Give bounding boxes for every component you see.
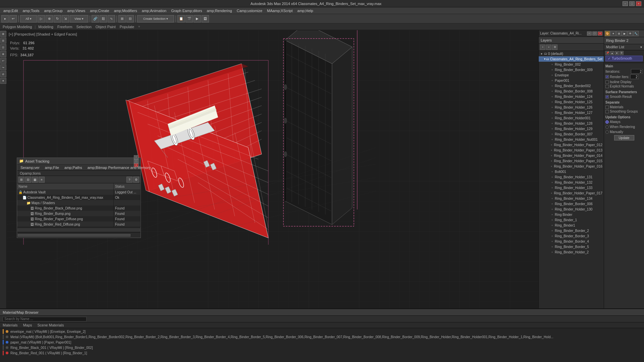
toolbar-btn-1[interactable]: ▸ (1, 15, 9, 22)
layer-item-35[interactable]: ▫Ring_Binder_Border_4 (539, 239, 604, 244)
section-materials[interactable]: Materials (3, 323, 18, 327)
layer-item-19[interactable]: ▫Ring_Binder_Holder_Paper_014 (539, 153, 604, 158)
sub-toolbar-populate[interactable]: Populate (118, 24, 136, 29)
layer-item-32[interactable]: ▫Ring_Binder1 (539, 223, 604, 228)
mod-scroll-down[interactable]: ▼ (615, 51, 619, 55)
toolbar-mirror[interactable]: ⊞ (118, 15, 126, 22)
toolbar-move[interactable]: ⊕ (46, 15, 53, 22)
minimize-button[interactable]: − (623, 1, 628, 6)
menu-item-ampviews[interactable]: amp;Views (65, 8, 88, 13)
asset-tracking-popup[interactable]: 📁 Asset Tracking − □ × Seramp;ver amp;Fi… (17, 158, 141, 238)
layer-item-13[interactable]: ▫Ring_Binder_Holder_128 (539, 121, 604, 126)
mod-pin-icon[interactable]: 📌 (605, 51, 609, 55)
smooth-result-checkbox[interactable] (605, 95, 609, 99)
layer-item-9[interactable]: ▫Ring_Binder_Holder_125 (539, 99, 604, 105)
when-rendering-radio[interactable]: When Rendering (605, 125, 643, 129)
layer-item-3[interactable]: ▫Ring_Binder_Border_009 (539, 67, 604, 72)
layer-win-max[interactable]: □ (592, 32, 597, 36)
layer-item-12[interactable]: ▫Ring_Binder_Holder001 (539, 115, 604, 121)
left-panel-btn-7[interactable]: ⊘ (0, 71, 6, 77)
left-panel-btn-6[interactable]: ↪ (0, 64, 6, 70)
menu-item-ampgroup[interactable]: amp;Group (42, 8, 65, 13)
toolbar-renderframe[interactable]: 🖼 (202, 15, 209, 22)
layer-item-5[interactable]: ▫Paper001 (539, 78, 604, 83)
asset-row-5[interactable]: 🖼 Ring_Binder_Paper_Diffuse.pngFound (17, 216, 141, 222)
asset-toolbar-btn-3[interactable]: ▦ (32, 177, 38, 183)
always-radio-btn[interactable] (605, 120, 609, 124)
mod-icon-motion[interactable]: ▶ (622, 31, 627, 36)
viewport-area[interactable]: [+] [Perspective] [Shaded + Edged Faces]… (7, 30, 538, 308)
layer-item-27[interactable]: ▫Ring_Binder_Holder_134 (539, 196, 604, 201)
layer-item-0[interactable]: ▸🗂0 (default) (539, 51, 604, 56)
layer-item-8[interactable]: ▫Ring_Binder_Holder_124 (539, 94, 604, 99)
layer-item-11[interactable]: ▫Ring_Binder_Holder_127 (539, 110, 604, 115)
toolbar-layers[interactable]: 📋 (177, 15, 185, 22)
menu-item-grapheampditors[interactable]: Graph Eamp;ditors (169, 8, 204, 13)
layer-item-17[interactable]: ▫Ring_Binder_Holder_Paper_012 (539, 142, 604, 147)
toolbar-link[interactable]: 🔗 (92, 15, 99, 22)
layer-item-34[interactable]: ▫Ring_Binder_Border_3 (539, 233, 604, 239)
mod-icon-modify[interactable]: ✦ (610, 31, 616, 36)
layer-item-28[interactable]: ▫Ring_Binder_Border_006 (539, 201, 604, 206)
layer-win-close[interactable]: × (598, 32, 602, 36)
mod-icon-hierarchy[interactable]: ⊞ (616, 31, 622, 36)
toolbar-quick-render[interactable]: ▶ (194, 15, 201, 22)
layer-item-20[interactable]: ▫Ring_Binder_Holder_Paper_015 (539, 158, 604, 164)
asset-toolbar-btn-1[interactable]: ⊞ (18, 177, 24, 183)
sub-toolbar-modeling[interactable]: Modeling (37, 24, 55, 29)
mod-configure[interactable]: ⚙ (620, 51, 624, 55)
material-item-3[interactable]: Ring_Binder_Black_001 ( VRayMtl ) [Ring_… (0, 345, 644, 350)
left-panel-btn-4[interactable]: ⊕ (0, 51, 6, 57)
explicit-normals-checkbox[interactable] (605, 85, 609, 88)
toolbar-bind[interactable]: ∿ (108, 15, 115, 22)
turbosm-modifier-item[interactable]: ✓ TurboSmooth (605, 56, 643, 61)
toolbar-rotate[interactable]: ↻ (54, 15, 61, 22)
asset-row-2[interactable]: 📁 Maps / Shaders (17, 200, 141, 205)
material-search-input[interactable] (3, 317, 87, 321)
layer-item-26[interactable]: ▫Ring_Binder_Holder_Paper_017 (539, 190, 604, 196)
mod-scroll-up[interactable]: ▲ (610, 51, 614, 55)
isoline-checkbox[interactable] (605, 80, 609, 84)
mod-icon-display[interactable]: 👁 (628, 31, 633, 36)
layer-item-21[interactable]: ▫Ring_Binder_Holder_Paper_016 (539, 164, 604, 169)
layer-item-37[interactable]: ▫Ring_Binder_Holder_2 (539, 249, 604, 255)
layer-item-16[interactable]: ▫Ring_Binder_Holder_Nut001 (539, 137, 604, 142)
material-item-1[interactable]: Metal (VRayMtl) [Bolt,Bolt001,Ring_Binde… (0, 334, 644, 340)
modifier-list-label[interactable]: Modifier List ▾ (604, 44, 644, 50)
manually-radio-btn[interactable] (605, 130, 609, 134)
sub-toolbar-object-paint[interactable]: Object Paint (94, 24, 117, 29)
asset-popup-minimize[interactable]: − (134, 155, 139, 159)
layer-item-24[interactable]: ▫Ring_Binder_Holder_132 (539, 180, 604, 185)
layer-item-33[interactable]: ▫Ring_Binder_Border_2 (539, 228, 604, 233)
layers-list[interactable]: ▸🗂0 (default)▾🗂Classmates_A4_Ring_Binder… (539, 51, 604, 308)
layer-item-31[interactable]: ▫Ring_Binder_1 (539, 217, 604, 223)
layer-item-10[interactable]: ▫Ring_Binder_Holder_126 (539, 105, 604, 110)
layers-new-btn[interactable]: + (540, 45, 545, 50)
layers-toolbar[interactable]: + × ⚙ (539, 44, 604, 51)
menu-item-ampmodifiers[interactable]: amp;Modifiers (112, 8, 139, 13)
mod-icon-color[interactable]: 🎨 (605, 31, 610, 36)
always-radio[interactable]: Always (605, 120, 643, 124)
toolbar-align[interactable]: ⊟ (126, 15, 134, 22)
menu-item-amptools[interactable]: amp;Tools (20, 8, 41, 13)
layer-item-14[interactable]: ▫Ring_Binder_Holder_129 (539, 126, 604, 131)
asset-row-1[interactable]: 📄 Classmates_A4_Ring_Binders_Set_max_vra… (17, 195, 141, 200)
layer-item-25[interactable]: ▫Ring_Binder_Holder_133 (539, 185, 604, 190)
toolbar-view-btn[interactable]: View ▾ (70, 15, 88, 22)
layer-item-2[interactable]: ▫Ring_Binder_002 (539, 62, 604, 67)
title-bar-controls[interactable]: − □ × (623, 1, 641, 6)
close-button[interactable]: × (636, 1, 641, 6)
menu-item-maampxscript[interactable]: MAamp;XScript (265, 8, 294, 13)
toolbar-scale[interactable]: ⇲ (62, 15, 69, 22)
asset-menu-server[interactable]: Seramp;ver (18, 165, 42, 170)
sub-toolbar-selection[interactable]: Selection (75, 24, 93, 29)
menu-item-amprendering[interactable]: amp;Rendering (205, 8, 234, 13)
asset-popup-maximize[interactable]: □ (134, 159, 139, 163)
asset-menu-bitmap[interactable]: amp;Bitmap Performance and Memory (86, 165, 153, 170)
layer-item-15[interactable]: ▫Ring_Binder_Border_007 (539, 131, 604, 137)
update-button[interactable]: Update (614, 135, 634, 140)
material-item-0[interactable]: envelope_mat ( VRayMtl ) [Envelope, Enve… (0, 329, 644, 334)
layer-item-29[interactable]: ▫Ring_Binder_Holder_130 (539, 206, 604, 212)
layer-item-7[interactable]: ▫Ring_Binder_Border_008 (539, 88, 604, 94)
render-iters-input[interactable] (630, 74, 639, 79)
